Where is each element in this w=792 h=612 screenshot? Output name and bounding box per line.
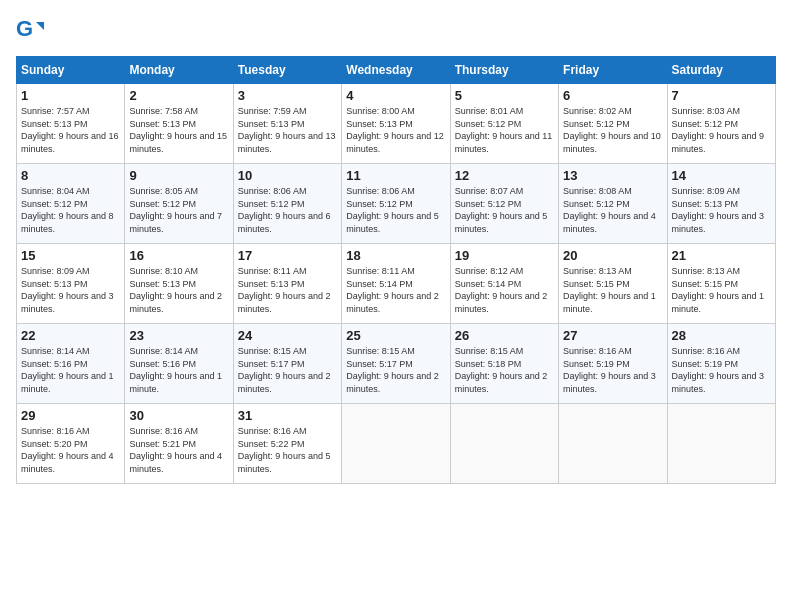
calendar-cell: 31 Sunrise: 8:16 AM Sunset: 5:22 PM Dayl…: [233, 404, 341, 484]
calendar-cell: 13 Sunrise: 8:08 AM Sunset: 5:12 PM Dayl…: [559, 164, 667, 244]
calendar-cell: [667, 404, 775, 484]
calendar-cell: 21 Sunrise: 8:13 AM Sunset: 5:15 PM Dayl…: [667, 244, 775, 324]
calendar-cell: 2 Sunrise: 7:58 AM Sunset: 5:13 PM Dayli…: [125, 84, 233, 164]
day-number: 5: [455, 88, 554, 103]
day-number: 22: [21, 328, 120, 343]
calendar-cell: 8 Sunrise: 8:04 AM Sunset: 5:12 PM Dayli…: [17, 164, 125, 244]
calendar-cell: 30 Sunrise: 8:16 AM Sunset: 5:21 PM Dayl…: [125, 404, 233, 484]
day-info: Sunrise: 8:16 AM Sunset: 5:20 PM Dayligh…: [21, 425, 120, 475]
col-header-tuesday: Tuesday: [233, 57, 341, 84]
calendar-table: SundayMondayTuesdayWednesdayThursdayFrid…: [16, 56, 776, 484]
day-number: 25: [346, 328, 445, 343]
day-number: 29: [21, 408, 120, 423]
calendar-cell: 22 Sunrise: 8:14 AM Sunset: 5:16 PM Dayl…: [17, 324, 125, 404]
day-number: 4: [346, 88, 445, 103]
day-number: 3: [238, 88, 337, 103]
calendar-cell: 7 Sunrise: 8:03 AM Sunset: 5:12 PM Dayli…: [667, 84, 775, 164]
calendar-cell: 24 Sunrise: 8:15 AM Sunset: 5:17 PM Dayl…: [233, 324, 341, 404]
day-number: 2: [129, 88, 228, 103]
day-info: Sunrise: 8:06 AM Sunset: 5:12 PM Dayligh…: [238, 185, 337, 235]
day-number: 8: [21, 168, 120, 183]
calendar-cell: 20 Sunrise: 8:13 AM Sunset: 5:15 PM Dayl…: [559, 244, 667, 324]
day-info: Sunrise: 8:09 AM Sunset: 5:13 PM Dayligh…: [672, 185, 771, 235]
calendar-cell: 4 Sunrise: 8:00 AM Sunset: 5:13 PM Dayli…: [342, 84, 450, 164]
day-number: 19: [455, 248, 554, 263]
day-number: 14: [672, 168, 771, 183]
col-header-thursday: Thursday: [450, 57, 558, 84]
day-number: 9: [129, 168, 228, 183]
calendar-cell: 15 Sunrise: 8:09 AM Sunset: 5:13 PM Dayl…: [17, 244, 125, 324]
col-header-monday: Monday: [125, 57, 233, 84]
day-info: Sunrise: 7:57 AM Sunset: 5:13 PM Dayligh…: [21, 105, 120, 155]
day-info: Sunrise: 7:58 AM Sunset: 5:13 PM Dayligh…: [129, 105, 228, 155]
day-number: 15: [21, 248, 120, 263]
day-info: Sunrise: 8:15 AM Sunset: 5:17 PM Dayligh…: [346, 345, 445, 395]
day-info: Sunrise: 8:15 AM Sunset: 5:17 PM Dayligh…: [238, 345, 337, 395]
day-number: 6: [563, 88, 662, 103]
calendar-cell: [559, 404, 667, 484]
day-info: Sunrise: 8:03 AM Sunset: 5:12 PM Dayligh…: [672, 105, 771, 155]
calendar-cell: 11 Sunrise: 8:06 AM Sunset: 5:12 PM Dayl…: [342, 164, 450, 244]
day-info: Sunrise: 8:13 AM Sunset: 5:15 PM Dayligh…: [672, 265, 771, 315]
calendar-cell: 5 Sunrise: 8:01 AM Sunset: 5:12 PM Dayli…: [450, 84, 558, 164]
col-header-friday: Friday: [559, 57, 667, 84]
day-info: Sunrise: 8:06 AM Sunset: 5:12 PM Dayligh…: [346, 185, 445, 235]
day-info: Sunrise: 8:14 AM Sunset: 5:16 PM Dayligh…: [129, 345, 228, 395]
day-info: Sunrise: 8:11 AM Sunset: 5:13 PM Dayligh…: [238, 265, 337, 315]
calendar-cell: 27 Sunrise: 8:16 AM Sunset: 5:19 PM Dayl…: [559, 324, 667, 404]
day-info: Sunrise: 8:16 AM Sunset: 5:22 PM Dayligh…: [238, 425, 337, 475]
day-number: 27: [563, 328, 662, 343]
day-number: 23: [129, 328, 228, 343]
calendar-cell: 10 Sunrise: 8:06 AM Sunset: 5:12 PM Dayl…: [233, 164, 341, 244]
day-info: Sunrise: 8:08 AM Sunset: 5:12 PM Dayligh…: [563, 185, 662, 235]
day-info: Sunrise: 8:07 AM Sunset: 5:12 PM Dayligh…: [455, 185, 554, 235]
calendar-cell: 29 Sunrise: 8:16 AM Sunset: 5:20 PM Dayl…: [17, 404, 125, 484]
page-header: G: [16, 16, 776, 44]
col-header-sunday: Sunday: [17, 57, 125, 84]
calendar-cell: 16 Sunrise: 8:10 AM Sunset: 5:13 PM Dayl…: [125, 244, 233, 324]
col-header-wednesday: Wednesday: [342, 57, 450, 84]
day-number: 28: [672, 328, 771, 343]
col-header-saturday: Saturday: [667, 57, 775, 84]
calendar-cell: 19 Sunrise: 8:12 AM Sunset: 5:14 PM Dayl…: [450, 244, 558, 324]
day-number: 31: [238, 408, 337, 423]
day-info: Sunrise: 8:04 AM Sunset: 5:12 PM Dayligh…: [21, 185, 120, 235]
day-number: 26: [455, 328, 554, 343]
day-number: 10: [238, 168, 337, 183]
day-info: Sunrise: 8:05 AM Sunset: 5:12 PM Dayligh…: [129, 185, 228, 235]
day-info: Sunrise: 8:16 AM Sunset: 5:19 PM Dayligh…: [563, 345, 662, 395]
day-info: Sunrise: 8:01 AM Sunset: 5:12 PM Dayligh…: [455, 105, 554, 155]
day-number: 30: [129, 408, 228, 423]
day-info: Sunrise: 8:13 AM Sunset: 5:15 PM Dayligh…: [563, 265, 662, 315]
day-info: Sunrise: 8:00 AM Sunset: 5:13 PM Dayligh…: [346, 105, 445, 155]
calendar-cell: 9 Sunrise: 8:05 AM Sunset: 5:12 PM Dayli…: [125, 164, 233, 244]
day-info: Sunrise: 8:09 AM Sunset: 5:13 PM Dayligh…: [21, 265, 120, 315]
calendar-cell: [450, 404, 558, 484]
day-info: Sunrise: 8:10 AM Sunset: 5:13 PM Dayligh…: [129, 265, 228, 315]
logo: G: [16, 16, 48, 44]
day-info: Sunrise: 8:16 AM Sunset: 5:19 PM Dayligh…: [672, 345, 771, 395]
day-info: Sunrise: 8:11 AM Sunset: 5:14 PM Dayligh…: [346, 265, 445, 315]
day-info: Sunrise: 8:15 AM Sunset: 5:18 PM Dayligh…: [455, 345, 554, 395]
calendar-cell: 25 Sunrise: 8:15 AM Sunset: 5:17 PM Dayl…: [342, 324, 450, 404]
day-info: Sunrise: 8:16 AM Sunset: 5:21 PM Dayligh…: [129, 425, 228, 475]
calendar-cell: 12 Sunrise: 8:07 AM Sunset: 5:12 PM Dayl…: [450, 164, 558, 244]
day-number: 21: [672, 248, 771, 263]
day-number: 7: [672, 88, 771, 103]
day-info: Sunrise: 8:14 AM Sunset: 5:16 PM Dayligh…: [21, 345, 120, 395]
calendar-cell: 17 Sunrise: 8:11 AM Sunset: 5:13 PM Dayl…: [233, 244, 341, 324]
calendar-cell: 28 Sunrise: 8:16 AM Sunset: 5:19 PM Dayl…: [667, 324, 775, 404]
day-number: 24: [238, 328, 337, 343]
calendar-cell: 26 Sunrise: 8:15 AM Sunset: 5:18 PM Dayl…: [450, 324, 558, 404]
day-info: Sunrise: 8:02 AM Sunset: 5:12 PM Dayligh…: [563, 105, 662, 155]
day-info: Sunrise: 7:59 AM Sunset: 5:13 PM Dayligh…: [238, 105, 337, 155]
svg-text:G: G: [16, 16, 33, 41]
calendar-cell: 3 Sunrise: 7:59 AM Sunset: 5:13 PM Dayli…: [233, 84, 341, 164]
day-number: 1: [21, 88, 120, 103]
day-number: 17: [238, 248, 337, 263]
logo-icon: G: [16, 16, 44, 44]
day-info: Sunrise: 8:12 AM Sunset: 5:14 PM Dayligh…: [455, 265, 554, 315]
day-number: 12: [455, 168, 554, 183]
calendar-cell: 6 Sunrise: 8:02 AM Sunset: 5:12 PM Dayli…: [559, 84, 667, 164]
calendar-cell: 1 Sunrise: 7:57 AM Sunset: 5:13 PM Dayli…: [17, 84, 125, 164]
